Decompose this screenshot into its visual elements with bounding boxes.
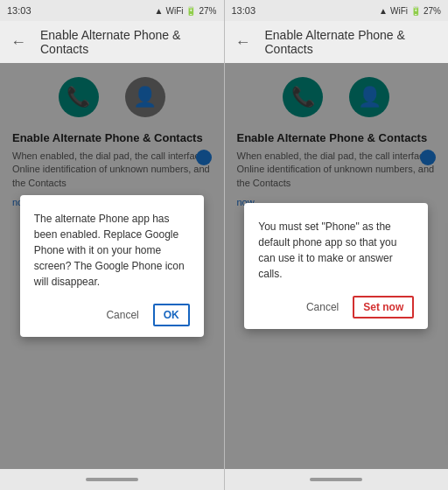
status-left-2: 13:03 [232,5,256,16]
wifi-icon-1: WiFi [165,6,183,16]
signal-icon-2: ▲ [379,6,388,16]
status-bar-2: 13:03 ▲ WiFi 🔋 27% [225,0,449,21]
wifi-icon-2: WiFi [390,6,408,16]
battery-2: 🔋 [410,6,421,16]
header-title-1: Enable Alternate Phone & Contacts [40,28,214,56]
panel-2: 13:03 ▲ WiFi 🔋 27% ← Enable Alternate Ph… [225,0,449,490]
cancel-button-2[interactable]: Cancel [299,296,346,318]
dialog-buttons-2: Cancel Set now [258,296,414,318]
home-indicator-2 [310,478,362,481]
set-now-button[interactable]: Set now [353,296,414,318]
back-button-1[interactable]: ← [10,33,26,52]
panel-1: 13:03 ▲ WiFi 🔋 27% ← Enable Alternate Ph… [0,0,224,490]
ok-button-1[interactable]: OK [153,304,190,326]
signal-icon-1: ▲ [155,6,164,16]
header-1: ← Enable Alternate Phone & Contacts [0,21,224,63]
header-2: ← Enable Alternate Phone & Contacts [225,21,449,63]
status-left-1: 13:03 [7,5,32,16]
dialog-1: The alternate Phone app has been enabled… [20,195,204,337]
home-indicator-1 [86,478,138,481]
dialog-buttons-1: Cancel OK [34,304,190,326]
battery-pct-2: 27% [424,6,441,16]
dialog-overlay-1: The alternate Phone app has been enabled… [0,63,224,469]
dialog-overlay-2: You must set "Phone" as the default phon… [225,63,449,469]
time-2: 13:03 [232,5,256,16]
header-title-2: Enable Alternate Phone & Contacts [265,28,438,56]
status-bar-1: 13:03 ▲ WiFi 🔋 27% [0,0,224,21]
time-1: 13:03 [7,5,32,16]
dialog-message-2: You must set "Phone" as the default phon… [258,219,414,282]
bottom-bar-1 [0,469,224,490]
dialog-2: You must set "Phone" as the default phon… [244,203,428,329]
back-button-2[interactable]: ← [235,33,251,52]
content-1: 📞 👤 Enable Alternate Phone & Contacts Wh… [0,63,224,469]
content-2: 📞 👤 Enable Alternate Phone & Contacts Wh… [225,63,449,469]
bottom-bar-2 [225,469,449,490]
cancel-button-1[interactable]: Cancel [99,304,145,326]
battery-1: 🔋 [186,6,196,16]
status-right-1: ▲ WiFi 🔋 27% [155,6,217,16]
dialog-message-1: The alternate Phone app has been enabled… [34,211,190,290]
status-right-2: ▲ WiFi 🔋 27% [379,6,441,16]
battery-pct-1: 27% [199,6,216,16]
